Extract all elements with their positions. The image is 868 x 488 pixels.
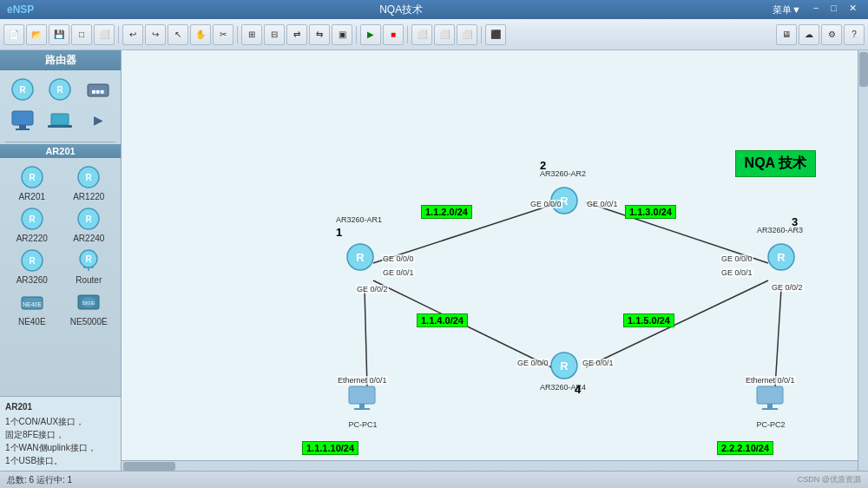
- maximize-button[interactable]: □: [826, 3, 841, 17]
- device-item-2[interactable]: R: [43, 76, 78, 103]
- svg-text:■■■: ■■■: [92, 88, 105, 96]
- sidebar-item-ar2240[interactable]: R AR2240: [62, 205, 116, 243]
- node-r1[interactable]: 1 AR3260-AR1 R: [345, 241, 376, 275]
- node-num-3: 3: [792, 215, 798, 228]
- laptop-icon: [46, 107, 74, 135]
- minimize-button[interactable]: −: [809, 3, 823, 17]
- ne5000e-label: NE5000E: [70, 317, 108, 326]
- svg-text:R: R: [86, 173, 93, 182]
- device-scroll-list[interactable]: R AR201 R AR1220: [0, 158, 121, 396]
- svg-text:▶: ▶: [94, 113, 103, 127]
- svg-text:R: R: [356, 251, 365, 264]
- toolbar-term[interactable]: ⬛: [485, 24, 506, 45]
- toolbar-delete[interactable]: ✂: [213, 24, 233, 45]
- arrow-icon: ▶: [84, 107, 112, 135]
- sidebar-item-ar201[interactable]: R AR201: [5, 163, 59, 201]
- toolbar-btn4[interactable]: ⬜: [94, 24, 115, 45]
- device-item-6[interactable]: ▶: [81, 107, 115, 135]
- ar2240-label: AR2240: [73, 234, 104, 243]
- desc-device-name: AR201: [5, 400, 115, 413]
- status-right: CSDN @优质资源: [798, 474, 861, 485]
- ar3260-icon: R: [18, 247, 46, 274]
- sidebar-item-router[interactable]: R Router: [62, 247, 116, 285]
- svg-text:R: R: [86, 214, 93, 224]
- main-area: 路由器 R R: [0, 50, 868, 471]
- node-r4[interactable]: AR3260-AR4 4 R: [549, 350, 580, 384]
- toolbar-play[interactable]: ▶: [360, 24, 381, 45]
- toolbar-btn8[interactable]: ⊟: [264, 24, 285, 45]
- node-r3[interactable]: AR3260-AR3 3 R: [766, 241, 797, 275]
- node-pc2[interactable]: PC-PC2: [753, 385, 788, 429]
- sidebar-item-ne5000e[interactable]: 5000E NE5000E: [62, 288, 116, 326]
- net-label-3: 1.1.4.0/24: [417, 313, 468, 327]
- toolbar-help[interactable]: ?: [844, 24, 865, 45]
- toolbar-settings[interactable]: ⚙: [821, 24, 842, 45]
- iface-r2-ge001: GE 0/0/1: [586, 200, 619, 208]
- svg-text:5000E: 5000E: [82, 300, 95, 306]
- svg-rect-6: [12, 111, 33, 125]
- toolbar-btn6[interactable]: ↪: [145, 24, 166, 45]
- device-item-3[interactable]: ■■■: [81, 76, 115, 103]
- ar1220-label: AR1220: [73, 192, 104, 201]
- toolbar-btn3[interactable]: □: [71, 24, 92, 45]
- ar201-icon: R: [18, 163, 46, 191]
- toolbar-btn5[interactable]: ↩: [122, 24, 143, 45]
- ne5000e-icon: 5000E: [75, 288, 102, 316]
- toolbar-btn14[interactable]: ⬜: [457, 24, 477, 45]
- ar1220-icon: R: [75, 163, 102, 191]
- sidebar-item-ne40e[interactable]: NE40E NE40E: [5, 288, 59, 326]
- svg-text:R: R: [86, 254, 93, 264]
- window-controls[interactable]: 菜单▼ − □ ✕: [768, 3, 861, 17]
- toolbar-btn10[interactable]: ⇆: [309, 24, 330, 45]
- menu-button[interactable]: 菜单▼: [768, 3, 806, 17]
- sidebar-item-ar3260[interactable]: R AR3260: [5, 247, 59, 285]
- toolbar-select[interactable]: ↖: [168, 24, 188, 45]
- toolbar-open[interactable]: 📂: [26, 24, 47, 45]
- toolbar-move[interactable]: ✋: [190, 24, 211, 45]
- sidebar-category-title: 路由器: [0, 50, 121, 70]
- sidebar-item-ar1220[interactable]: R AR1220: [62, 163, 116, 201]
- ar2220-label: AR2220: [16, 234, 48, 243]
- device-item-4[interactable]: [5, 107, 40, 135]
- svg-rect-46: [359, 404, 365, 408]
- iface-r3-ge001: GE 0/0/1: [720, 268, 753, 277]
- status-bar: 总数: 6 运行中: 1 CSDN @优质资源: [0, 471, 868, 488]
- horizontal-scrollbar[interactable]: [122, 460, 858, 471]
- iface-r3-ge002: GE 0/0/2: [771, 283, 804, 292]
- node-label-1: AR3260-AR1: [336, 215, 382, 224]
- toolbar-sep3: [356, 26, 357, 43]
- iface-r3-ge000: GE 0/0/0: [720, 254, 753, 263]
- net-label-1: 1.1.2.0/24: [421, 205, 472, 219]
- network-canvas[interactable]: NQA 技术 1 AR3260-AR1 R AR3260-AR2 2 R AR3…: [122, 50, 868, 471]
- toolbar-btn12[interactable]: ⬜: [411, 24, 432, 45]
- toolbar-btn13[interactable]: ⬜: [434, 24, 455, 45]
- ar2240-icon: R: [75, 205, 102, 233]
- svg-rect-10: [48, 125, 72, 128]
- router-icon-3: ■■■: [84, 76, 112, 103]
- toolbar-new[interactable]: 📄: [3, 24, 24, 45]
- node-pc1[interactable]: PC-PC1: [345, 385, 380, 429]
- toolbar-btn11[interactable]: ▣: [332, 24, 352, 45]
- sidebar-device-desc: AR201 1个CON/AUX接口，固定8FE接口，1个WAN侧uplink接口…: [0, 397, 121, 471]
- router-generic-icon: R: [75, 247, 102, 274]
- sidebar: 路由器 R R: [0, 50, 122, 471]
- pc2-label: PC-PC2: [753, 420, 788, 429]
- svg-rect-7: [19, 125, 26, 129]
- svg-text:R: R: [777, 251, 786, 264]
- close-button[interactable]: ✕: [845, 3, 861, 17]
- device-item-5[interactable]: [43, 107, 78, 135]
- toolbar-cloud[interactable]: ☁: [799, 24, 819, 45]
- sidebar-item-ar2220[interactable]: R AR2220: [5, 205, 59, 243]
- iface-pc1-eth: Ethernet 0/0/1: [337, 376, 388, 385]
- toolbar-btn9[interactable]: ⇄: [286, 24, 307, 45]
- svg-text:R: R: [560, 359, 569, 373]
- title-bar: eNSP NQA技术 菜单▼ − □ ✕: [0, 0, 868, 19]
- toolbar-monitor[interactable]: 🖥: [776, 24, 797, 45]
- toolbar-save[interactable]: 💾: [49, 24, 69, 45]
- svg-text:NE40E: NE40E: [23, 301, 43, 307]
- node-num-4: 4: [575, 383, 581, 396]
- device-item-1[interactable]: R: [5, 76, 40, 103]
- vertical-scrollbar[interactable]: [858, 50, 868, 471]
- toolbar-btn7[interactable]: ⊞: [241, 24, 262, 45]
- toolbar-stop[interactable]: ■: [383, 24, 404, 45]
